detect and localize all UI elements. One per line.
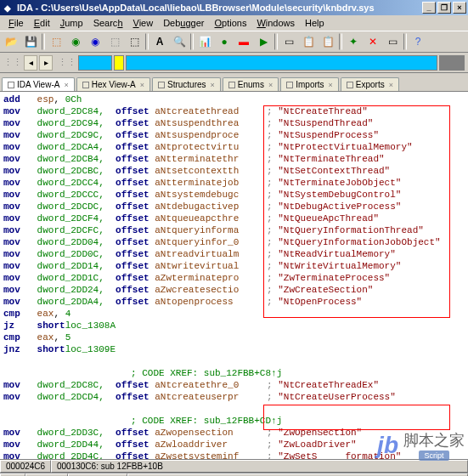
tab-icon (8, 82, 14, 88)
nav-prev-icon[interactable]: ◂ (24, 55, 37, 71)
code-line: mov dword_2DD3C, offset aZwopensection ;… (3, 427, 465, 439)
minimize-button[interactable]: _ (422, 2, 436, 14)
disassembly-view[interactable]: add esp, 0Chmov dword_2DC84, offset aNtc… (0, 92, 468, 459)
separator (145, 33, 149, 50)
tool-icon[interactable]: ⬚ (47, 32, 65, 51)
tab-label: Hex View-A (92, 80, 136, 89)
tool-icon[interactable]: 📋 (319, 32, 337, 51)
tool-icon[interactable]: ⬚ (125, 32, 144, 51)
tool-icon[interactable]: ⬚ (105, 32, 124, 51)
tool-icon[interactable]: 📋 (299, 32, 318, 51)
tab-bar: IDA View-A×Hex View-A×Structures×Enums×I… (0, 73, 468, 92)
separator (403, 33, 407, 50)
tool-icon[interactable]: ▭ (279, 32, 298, 51)
code-line: mov dword_2DC84, offset aNtcreatethread;… (3, 105, 465, 117)
tab-label: Imports (296, 80, 324, 89)
help-icon[interactable]: ? (409, 32, 427, 51)
xref-line: ; CODE XREF: sub_12FBB+CD↑j (3, 415, 465, 427)
tab-icon (286, 82, 293, 88)
code-line: mov dword_2DC8C, offset aNtcreatethre_0;… (3, 379, 465, 391)
status-bar: 000024C6 000130C6: sub 12FBB+10B (0, 459, 468, 473)
restore-button[interactable]: ❐ (437, 2, 451, 14)
menu-view[interactable]: View (128, 16, 159, 30)
tab-icon (347, 82, 353, 88)
nav-function-bar[interactable] (126, 55, 437, 71)
code-line: add esp, 0Ch (3, 94, 465, 105)
nav-next-icon[interactable]: ▸ (39, 55, 53, 71)
code-line: mov dword_2DD1C, offset aZwterminatepro;… (3, 272, 465, 284)
nav-function-bar[interactable] (439, 55, 465, 71)
code-line: mov dword_2DCDC, offset aNtdebugactivep;… (3, 201, 465, 212)
tool-icon[interactable]: ● (215, 32, 234, 51)
save-icon[interactable]: 💾 (21, 32, 40, 51)
tab-close-icon[interactable]: × (64, 81, 68, 89)
nav-bar: ⋮⋮ ◂ ▸ ⋮⋮ (0, 53, 468, 73)
tab-close-icon[interactable]: × (268, 81, 273, 89)
code-line: mov dword_2DCCC, offset aNtsystemdebugc;… (3, 189, 465, 201)
tab-label: Structures (167, 80, 206, 89)
tab[interactable]: Hex View-A× (76, 77, 150, 91)
nav-function-bar[interactable] (114, 55, 124, 71)
menu-edit[interactable]: Edit (29, 16, 55, 30)
menu-options[interactable]: Options (210, 16, 252, 30)
open-icon[interactable]: 📂 (2, 32, 20, 51)
window-titlebar: ◆ IDA - C:\Users\Use\AppData\Local\lieba… (0, 0, 468, 15)
tab-close-icon[interactable]: × (140, 81, 144, 89)
tool-icon[interactable]: ▬ (234, 32, 253, 51)
tool-icon[interactable]: ✕ (364, 32, 382, 51)
tab[interactable]: Structures× (152, 77, 221, 91)
tab-close-icon[interactable]: × (329, 81, 333, 89)
tool-icon[interactable]: ✦ (344, 32, 363, 51)
code-line: mov dword_2DCA4, offset aNtprotectvirtu;… (3, 141, 465, 153)
tab-close-icon[interactable]: × (389, 81, 393, 89)
app-icon: ◆ (2, 2, 14, 14)
xref-line: ; CODE XREF: sub_12FBB+C8↑j (3, 367, 465, 379)
separator (274, 33, 278, 50)
status-address: 000130C6: sub 12FBB+10B (51, 460, 468, 473)
window-title: IDA - C:\Users\Use\AppData\Local\liebao\… (17, 3, 375, 13)
code-line: mov dword_2DD14, offset aNtwritevirtual;… (3, 260, 465, 272)
tab[interactable]: Exports× (341, 77, 399, 91)
menu-search[interactable]: Search (88, 16, 128, 30)
tool-icon[interactable]: ◉ (86, 32, 104, 51)
code-line: jnz short loc_1309E (3, 343, 465, 355)
code-line: mov dword_2DDA4, offset aNtopenprocess ;… (3, 296, 465, 308)
toolbar: 📂 💾 ⬚ ◉ ◉ ⬚ ⬚ A 🔍 📊 ● ▬ ▶ ▭ 📋 📋 ✦ ✕ ▭ ? (0, 31, 468, 53)
code-line: jz short loc_1308A (3, 320, 465, 332)
text-icon[interactable]: A (150, 32, 169, 51)
code-line: mov dword_2DD44, offset aZwloaddriver ; … (3, 439, 465, 450)
chart-icon[interactable]: 📊 (195, 32, 214, 51)
code-line: mov dword_2DCC4, offset aNtterminatejob;… (3, 177, 465, 189)
separator (42, 33, 45, 50)
tab[interactable]: IDA View-A× (2, 77, 75, 91)
separator (190, 33, 194, 50)
menu-help[interactable]: Help (300, 16, 330, 30)
code-line: mov dword_2DC9C, offset aNtsuspendproce;… (3, 129, 465, 141)
nav-handle[interactable]: ⋮⋮ (3, 57, 22, 68)
code-line: mov dword_2DC94, offset aNtsuspendthrea;… (3, 117, 465, 129)
tab-close-icon[interactable]: × (211, 81, 215, 89)
code-line: mov dword_2DD24, offset aZwcreatesectio;… (3, 284, 465, 296)
code-line: mov dword_2DD0C, offset aNtreadvirtualm;… (3, 248, 465, 260)
tool-icon[interactable]: ▶ (254, 32, 273, 51)
tool-icon[interactable]: ▭ (383, 32, 402, 51)
menu-windows[interactable]: Windows (251, 16, 300, 30)
status-offset: 000024C6 (0, 460, 51, 473)
close-button[interactable]: × (453, 2, 466, 14)
nav-function-bar[interactable] (78, 55, 112, 71)
menu-file[interactable]: File (3, 16, 29, 30)
tab-icon (228, 82, 235, 88)
tab[interactable]: Enums× (223, 77, 279, 91)
code-line: mov dword_2DCF4, offset aNtqueueapcthre;… (3, 212, 465, 224)
code-line: mov dword_2DCFC, offset aNtqueryinforma;… (3, 224, 465, 236)
code-line: mov dword_2DD4C, offset aZwsetsysteminf;… (3, 450, 465, 459)
menu-jump[interactable]: Jump (55, 16, 88, 30)
search-icon[interactable]: 🔍 (170, 32, 189, 51)
nav-handle[interactable]: ⋮⋮ (58, 57, 76, 68)
tab[interactable]: Imports× (280, 77, 339, 91)
menu-bar: File Edit Jump Search View Debugger Opti… (0, 15, 468, 31)
tool-icon[interactable]: ◉ (66, 32, 85, 51)
code-line: cmp eax, 5 (3, 332, 465, 343)
menu-debugger[interactable]: Debugger (158, 16, 209, 30)
tab-icon (82, 82, 89, 88)
